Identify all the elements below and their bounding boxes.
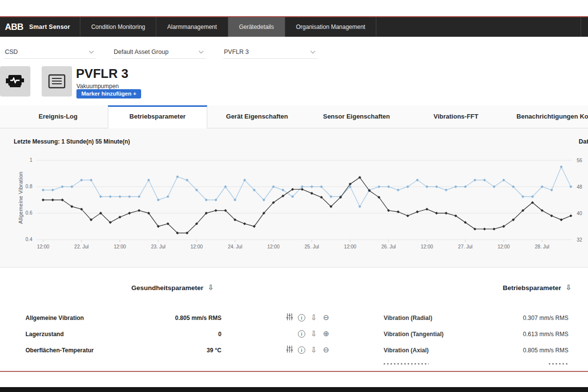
abb-logo: ABB [5,22,24,32]
tab-ereignis-log[interactable]: Ereignis-Log [8,105,108,128]
data-point-marker [358,205,361,208]
y-tick-label-left: 0.6 [25,210,32,216]
bottom-bar [0,387,588,392]
data-point-marker [176,175,179,178]
data-point-marker [550,214,553,217]
health-row-allgemeine-vibration: Allgemeine Vibration0.805 mm/s RMSi⇩⊖ [14,310,330,326]
sliders-icon[interactable] [286,345,293,355]
data-point-marker [492,227,495,230]
data-point-marker [435,212,438,215]
minus-circle-icon[interactable]: ⊖ [323,346,329,354]
y-tick-label-left: 0.4 [25,237,32,242]
y-tick-label-right: 48 [577,184,583,190]
data-point-marker [90,179,93,182]
clipped-table-row [370,362,574,366]
x-tick-label: 12:00 [114,244,126,249]
data-point-marker [444,189,447,192]
info-icon[interactable]: i [298,346,305,354]
x-tick-label: 12:00 [191,244,203,249]
parameter-label: Allgemeine Vibration [25,315,172,321]
asset-notes-button[interactable] [42,66,72,97]
operating-row-vibration-radial: Vibration (Radial)0.307 mm/s RMS [370,310,574,326]
data-point-marker [119,216,122,219]
data-point-marker [454,185,457,188]
organization-select[interactable]: CSD [4,46,96,59]
data-point-marker [157,198,160,201]
data-point-marker [444,212,447,215]
operating-row-vibration-tangential: Vibration (Tangential)0.613 mm/s RMS [370,326,574,342]
x-tick-label: 12:00 [267,244,279,249]
asset-select[interactable]: PVFLR 3 [223,46,318,59]
y-tick-label-left: 0.8 [25,184,32,189]
info-icon[interactable]: i [298,330,305,338]
health-row-lagerzustand: Lagerzustand0i⇩⊕ [14,326,330,342]
product-name: Smart Sensor [29,24,71,30]
plus-circle-icon[interactable]: ⊕ [323,330,329,338]
health-section-title: Gesundheitsparameter ⇩ [131,284,214,292]
filter-row: CSDDefault Asset GroupPVFLR 3 [0,37,588,64]
data-point-marker [569,214,572,217]
last-measurement-label: Letzte Messung: 1 Stunde(n) 55 Minute(n) [14,138,130,145]
data-point-marker [560,166,563,169]
data-point-marker [406,214,409,217]
tab-sensor-eigenschaften[interactable]: Sensor Eigenschaften [307,105,406,128]
health-row-oberfl-chen-temperatur: Oberflächen-Temperatur39 °Ci⇩⊖ [14,342,330,358]
data-point-marker [569,185,572,188]
tab-betriebsparameter[interactable]: Betriebsparameter [108,105,207,128]
minus-circle-icon[interactable]: ⊖ [323,314,329,321]
health-parameters-table: Allgemeine Vibration0.805 mm/s RMSi⇩⊖Lag… [14,310,330,358]
empty-icon-slot [286,330,293,338]
tab-ger-t-eigenschaften[interactable]: Gerät Eigenschaften [207,105,307,128]
data-point-marker [51,189,54,192]
x-tick-label: 27. Jul [458,244,472,249]
series-line-left [43,177,571,233]
parameter-label: Oberflächen-Temperatur [25,347,172,354]
tab-benachrichtigungen-konf[interactable]: Benachrichtigungen Konf [506,105,588,128]
chevron-down-icon [310,50,318,54]
asset-type-button[interactable] [0,66,30,97]
nav-item-ger-tedetails[interactable]: Gerätedetails [228,17,285,37]
nav-item-alarmmanagement[interactable]: Alarmmanagement [156,17,228,37]
x-tick-label: 26. Jul [381,244,395,249]
data-point-marker [377,185,380,188]
x-tick-label: 12:00 [344,244,356,249]
date-control-label[interactable]: Dat [579,138,588,145]
parameter-value: 0 [172,331,221,338]
data-point-marker [483,227,486,230]
data-point-marker [42,198,45,201]
trend-chart[interactable]: 1560.8480.6400.43212:0022. Jul12:0023. J… [0,147,588,262]
arrow-down-icon[interactable]: ⇩ [311,330,317,338]
motor-trend-icon [4,72,26,91]
clipped-row-label-fragment [384,363,429,365]
data-point-marker [147,179,150,182]
brand-red-line-bottom [0,371,588,372]
data-point-marker [42,189,45,192]
operating-section-title-text: Betriebsparameter [503,284,561,292]
data-point-marker [215,209,218,212]
sliders-icon[interactable] [286,313,293,322]
data-point-marker [550,189,553,192]
operating-section-title: Betriebsparameter ⇩ [503,284,572,292]
parameter-label: Vibration (Axial) [384,347,429,354]
tab-vibrations-fft[interactable]: Vibrations-FFT [406,105,506,128]
arrow-down-icon[interactable]: ⇩ [311,346,317,354]
y-tick-label-right: 56 [577,158,583,163]
arrow-down-icon[interactable]: ⇩ [208,284,214,292]
nav-item-condition-monitoring[interactable]: Condition Monitoring [80,17,156,37]
nav-item-organisation-management[interactable]: Organisation Management [285,17,376,37]
document-lines-icon [47,73,67,90]
arrow-down-icon[interactable]: ⇩ [565,284,572,292]
add-marker-button[interactable]: Marker hinzufügen + [76,89,141,98]
parameter-value: 0.805 mm/s RMS [172,315,221,321]
chevron-down-icon [198,50,206,54]
data-point-marker [243,222,246,225]
data-point-marker [397,210,400,213]
selected-value: PVFLR 3 [223,49,249,55]
health-section-title-text: Gesundheitsparameter [131,284,203,292]
asset-group-select[interactable]: Default Asset Group [113,46,206,59]
arrow-down-icon[interactable]: ⇩ [311,314,317,321]
data-point-marker [397,189,400,192]
x-tick-label: 28. Jul [535,244,549,249]
asset-type-label: Vakuumpumpen [76,83,119,90]
info-icon[interactable]: i [298,314,305,321]
